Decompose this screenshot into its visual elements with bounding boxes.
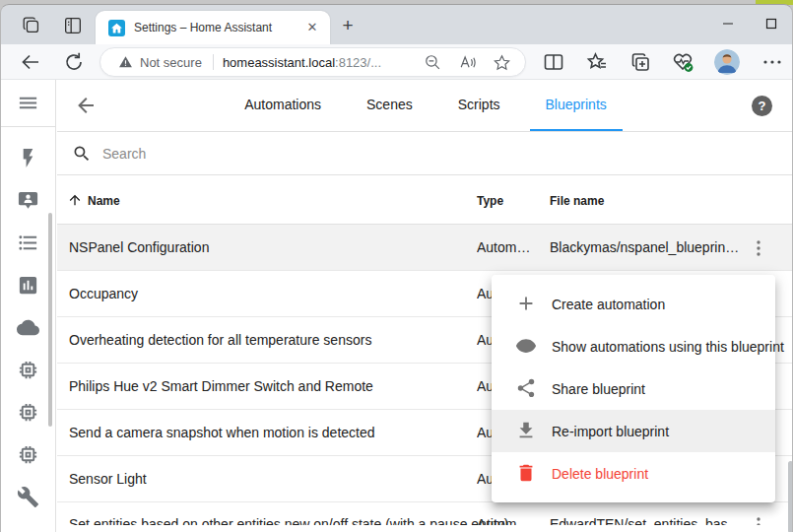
add-to-collections-icon[interactable] [628,50,652,74]
sidebar-menu-button[interactable] [1,80,55,127]
download-icon [515,420,539,443]
tab-title: Settings – Home Assistant [134,21,298,34]
menu-item-delete-blueprint[interactable]: Delete blueprint [492,452,775,495]
zoom-out-icon[interactable] [424,53,442,72]
sidebar-item-energy[interactable] [1,137,55,179]
profile-avatar[interactable] [714,49,740,75]
list-icon [17,232,39,254]
tab-actions-icon[interactable] [62,15,84,36]
menu-item-label: Create automation [552,297,665,312]
new-tab-button[interactable]: + [337,15,359,36]
sort-arrow-icon[interactable] [67,192,83,208]
workspaces-icon[interactable] [21,15,42,36]
browser-window: Settings – Home Assistant ✕ + [0,4,793,532]
sidebar-item-developer-tools[interactable] [1,476,55,518]
browser-essentials-icon[interactable] [671,50,694,74]
menu-item-show-automations[interactable]: Show automations using this blueprint [492,325,775,367]
tab-strip: Settings – Home Assistant ✕ + [1,5,792,44]
browser-toolbar: Not secure homeassistant.local:8123/... [1,44,792,80]
menu-item-share-blueprint[interactable]: Share blueprint [492,367,775,410]
tab-scenes[interactable]: Scenes [351,80,429,131]
menu-item-reimport-blueprint[interactable]: Re-import blueprint [492,410,775,452]
window-controls [713,11,786,36]
arrow-left-icon [74,94,98,117]
table-row[interactable]: NSPanel Configuration Autom… Blackymas/n… [57,225,793,271]
row-name: Philips Hue v2 Smart Dimmer Switch and R… [69,378,373,394]
row-name: Set entities based on other entities new… [69,516,508,525]
row-name: Occupancy [69,286,138,301]
url-text[interactable]: homeassistant.local:8123/... [223,55,381,70]
lightning-bolt-icon [17,147,39,169]
row-name: Overheating detection for all temperatur… [69,332,371,348]
back-icon[interactable] [19,50,42,74]
home-assistant-favicon [108,20,125,36]
row-type: Autom… [477,239,542,255]
column-header-file[interactable]: File name [550,194,604,208]
help-button[interactable]: ? [752,96,772,116]
ha-back-button[interactable] [74,94,98,117]
row-overflow-menu-icon[interactable] [747,513,770,525]
sidebar-item-logbook[interactable] [1,222,55,264]
sidebar-item-device-1[interactable] [1,349,55,391]
search-icon [72,144,92,164]
tab-scripts[interactable]: Scripts [442,80,516,131]
sidebar-scrollbar[interactable] [48,213,52,427]
hamburger-icon [17,92,39,114]
sidebar-item-device-2[interactable] [1,391,55,433]
split-screen-icon[interactable] [542,50,565,74]
share-icon [515,377,539,401]
tab-close-icon[interactable]: ✕ [304,20,320,35]
row-name: Send a camera snapshot when motion is de… [69,425,375,440]
chip-icon [17,443,39,466]
column-header-name[interactable]: Name [88,194,120,208]
favorites-hub-icon[interactable] [585,50,609,74]
row-overflow-menu-icon[interactable] [747,236,770,260]
row-name: NSPanel Configuration [69,239,209,255]
plus-icon [515,293,539,316]
tab-blueprints[interactable]: Blueprints [530,80,623,131]
menu-item-label: Re-import blueprint [552,424,669,439]
address-separator [213,54,214,70]
menu-item-label: Delete blueprint [552,466,648,482]
search-input[interactable] [102,146,694,162]
menu-item-label: Share blueprint [552,381,645,397]
sidebar-item-cloud[interactable] [1,306,55,349]
row-type: Autom… [477,516,542,525]
address-bar[interactable]: Not secure homeassistant.local:8123/... [99,47,526,77]
menu-item-create-automation[interactable]: Create automation [492,283,775,325]
row-file: EdwardTEN/set_entities_bas… [550,516,743,525]
sidebar-item-assist[interactable] [1,179,55,222]
minimize-button[interactable] [713,11,743,36]
blueprint-context-menu: Create automation Show automations using… [492,275,775,502]
person-badge-icon [17,189,39,212]
table-row[interactable]: Set entities based on other entities new… [57,502,793,525]
maximize-button[interactable] [757,11,786,36]
menu-item-label: Show automations using this blueprint [552,339,784,355]
wrench-icon [17,486,39,508]
page-scrollbar[interactable] [788,461,793,532]
settings-more-icon[interactable] [760,50,784,74]
not-secure-label[interactable]: Not secure [140,55,202,70]
row-file: Blackymas/nspanel_blueprin… [550,239,743,255]
trash-icon [515,462,539,486]
column-header-type[interactable]: Type [477,194,503,208]
sidebar-item-device-3[interactable] [1,433,55,476]
not-secure-warning-icon [118,55,133,69]
cloud-icon [17,316,39,339]
ha-header: Automations Scenes Scripts Blueprints ? [57,80,793,132]
row-name: Sensor Light [69,471,147,487]
ha-nav-tabs: Automations Scenes Scripts Blueprints [229,80,623,131]
refresh-icon[interactable] [62,50,86,74]
favorite-star-icon[interactable] [493,53,511,72]
sidebar-item-history[interactable] [1,264,55,306]
tab-automations[interactable]: Automations [229,80,337,131]
chip-icon [17,359,39,381]
bar-chart-box-icon [17,274,39,297]
browser-tab[interactable]: Settings – Home Assistant ✕ [96,11,330,44]
eye-icon [515,335,539,359]
chip-icon [17,401,39,424]
read-aloud-icon[interactable] [458,53,477,72]
table-header: Name Type File name [57,175,793,225]
screen: Settings – Home Assistant ✕ + [0,0,793,532]
page-content: Automations Scenes Scripts Blueprints ? [1,80,793,532]
